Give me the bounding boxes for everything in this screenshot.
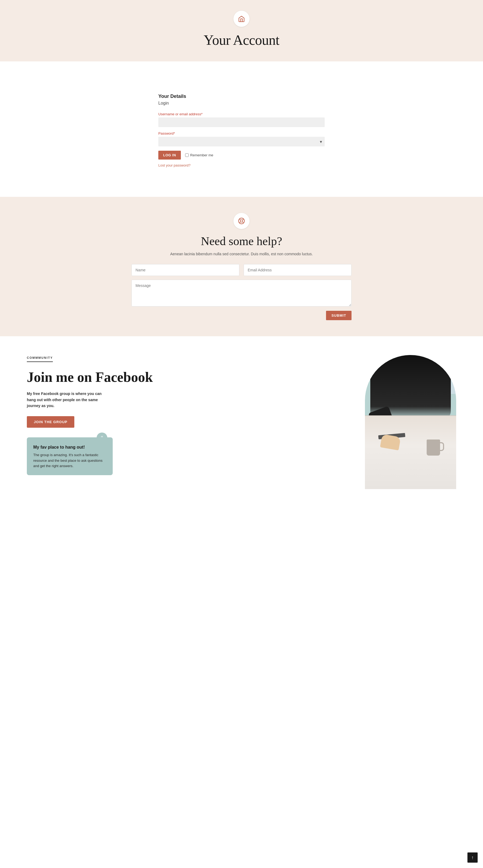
login-actions: LOG IN Remember me	[158, 151, 325, 160]
community-left: COMMMUNITY Join me on Facebook My free F…	[27, 355, 233, 475]
username-group: Username or email address*	[158, 112, 325, 127]
community-image	[365, 355, 456, 489]
community-title: Join me on Facebook	[27, 370, 233, 385]
help-section: Need some help? Aenean lacinia bibendum …	[0, 197, 483, 336]
lifesaver-icon	[238, 217, 245, 224]
community-description: My free Facebook group is where you can …	[27, 391, 107, 409]
submit-row: SUBMIT	[132, 311, 351, 320]
join-group-button[interactable]: JOIN THE GROUP	[27, 416, 74, 428]
lost-password-link[interactable]: Lost your password?	[158, 163, 325, 167]
svg-line-4	[243, 219, 244, 220]
quote-text: The group is amazing. It's such a fantas…	[33, 453, 106, 468]
help-form: SUBMIT	[132, 264, 351, 320]
help-icon-circle	[233, 213, 250, 229]
svg-line-3	[243, 222, 244, 223]
hero-header: Your Account	[0, 0, 483, 61]
svg-line-2	[239, 219, 240, 220]
password-group: Password* ▾	[158, 131, 325, 147]
quote-title: My fav place to hang out!	[33, 445, 106, 450]
password-label: Password*	[158, 131, 325, 135]
page-title: Your Account	[5, 32, 478, 48]
remember-me-label[interactable]: Remember me	[185, 153, 213, 157]
login-section: Your Details Login Username or email add…	[0, 61, 483, 197]
home-icon-circle	[233, 11, 250, 27]
community-tag: COMMMUNITY	[27, 356, 53, 362]
password-wrapper: ▾	[158, 137, 325, 147]
help-email-input[interactable]	[244, 264, 351, 276]
help-description: Aenean lacinia bibendum nulla sed consec…	[5, 252, 478, 256]
home-icon	[238, 15, 245, 22]
community-section: COMMMUNITY Join me on Facebook My free F…	[0, 336, 483, 508]
remember-me-checkbox[interactable]	[185, 153, 189, 157]
mug-detail	[427, 439, 440, 456]
login-label: Login	[158, 101, 325, 106]
svg-line-5	[239, 222, 240, 223]
help-title: Need some help?	[5, 235, 478, 248]
your-details-label: Your Details	[158, 94, 325, 99]
submit-button[interactable]: SUBMIT	[326, 311, 351, 320]
svg-point-1	[240, 220, 243, 222]
username-input[interactable]	[158, 118, 325, 127]
community-right	[250, 355, 456, 489]
username-label: Username or email address*	[158, 112, 325, 116]
quote-marks-icon: "	[96, 433, 107, 443]
help-name-input[interactable]	[132, 264, 239, 276]
quote-card: " My fav place to hang out! The group is…	[27, 437, 113, 475]
table-surface	[365, 415, 456, 489]
login-button[interactable]: LOG IN	[158, 151, 181, 160]
help-message-input[interactable]	[132, 280, 351, 307]
password-toggle-icon[interactable]: ▾	[320, 139, 322, 144]
password-input[interactable]	[158, 137, 325, 147]
help-name-email-row	[132, 264, 351, 276]
